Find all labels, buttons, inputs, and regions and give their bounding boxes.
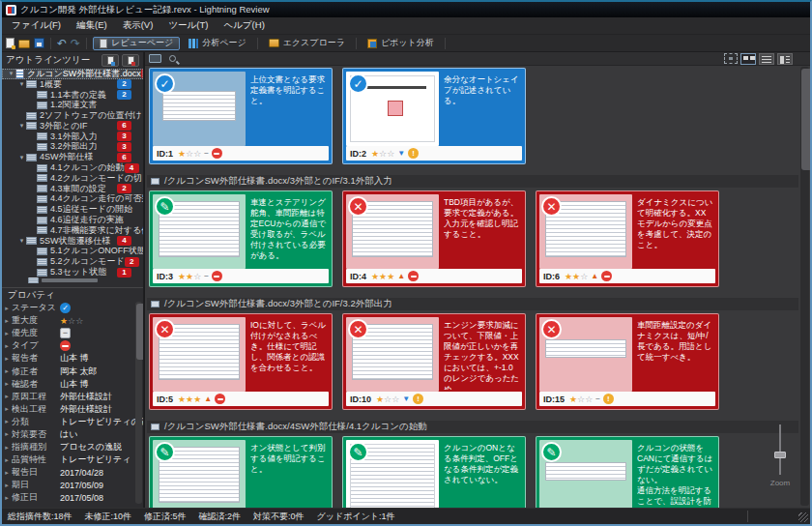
property-value: はい xyxy=(60,428,77,441)
property-row[interactable]: ▸重大度★☆☆ xyxy=(2,314,143,327)
toolbar-button-pivot-analysis[interactable]: ピボット分析 xyxy=(361,37,441,50)
zoom-slider-thumb[interactable] xyxy=(774,452,786,458)
new-file-icon[interactable] xyxy=(6,38,14,48)
property-row[interactable]: ▸原因工程外部仕様設計 xyxy=(2,391,143,403)
tree-item[interactable]: ▾5SW状態遷移仕様4 xyxy=(2,236,143,247)
tree-item[interactable]: 5.3セット状態1 xyxy=(2,267,143,278)
menu-item[interactable]: 表示(V) xyxy=(115,17,161,34)
tree-item[interactable]: 4.1クルコンの始動4 xyxy=(2,162,143,173)
property-row[interactable]: ▸分類トレーサビリティの確立 xyxy=(2,416,143,428)
review-card[interactable]: ✎オン状態として判別する値を明記すること。 xyxy=(149,436,333,508)
view-detail-button[interactable] xyxy=(777,53,793,65)
app-icon xyxy=(6,5,16,15)
review-card[interactable]: ✎クルコンの状態をCANにて通信するはずだが定義されていない。 通信方法を明記す… xyxy=(536,436,719,508)
tree-item[interactable]: 4.2クルコンモードの切り替え xyxy=(2,173,143,184)
tree-item-label: 3.1外部入力 xyxy=(50,132,98,142)
property-row[interactable]: ▸修正日2017/05/08 xyxy=(2,491,143,504)
save-icon[interactable] xyxy=(34,38,44,48)
search-icon[interactable] xyxy=(169,55,176,62)
menu-item[interactable]: ヘルプ(H) xyxy=(216,17,272,34)
menu-item[interactable]: ツール(T) xyxy=(160,17,216,34)
property-row[interactable]: ▸優先度− xyxy=(2,327,143,339)
severity-stars: ★☆☆ xyxy=(371,149,394,159)
scrollbar-thumb[interactable] xyxy=(801,69,810,170)
property-row[interactable]: ▸指摘種別プロセスの逸脱 xyxy=(2,441,143,453)
card-comment: 上位文書となる要求定義書を明記すること。 xyxy=(250,74,327,144)
fit-screen-icon[interactable] xyxy=(724,53,738,64)
tree-item[interactable]: 5.1クルコンONOFF状態1 xyxy=(2,247,143,257)
severity-stars: ★☆☆ xyxy=(60,316,83,326)
scrollbar-thumb[interactable] xyxy=(136,304,144,360)
tree-item[interactable]: ▾3外部とのIF6 xyxy=(2,121,143,132)
card-id-bar: ID:1★☆☆− xyxy=(153,146,329,161)
sidebar-scrollbar[interactable] xyxy=(135,302,142,504)
statusbar-separator xyxy=(747,511,748,522)
tree-item[interactable]: 5.2クルコンモード2 xyxy=(2,256,143,267)
tree-expand-arrow[interactable]: ▾ xyxy=(7,70,15,77)
review-card[interactable]: ✕TBD項目があるが、要求で定義がある。入力元を確認し明記すること。ID:4★★… xyxy=(342,190,526,287)
review-card[interactable]: ✓上位文書となる要求定義書を明記すること。ID:1★☆☆− xyxy=(149,68,333,164)
star-icon: ☆ xyxy=(577,394,585,404)
tree-item[interactable]: ▾4SW外部仕様6 xyxy=(2,152,143,162)
resize-grip[interactable] xyxy=(798,512,808,522)
property-row[interactable]: ▸報告日2017/04/28 xyxy=(2,466,143,479)
property-row[interactable]: ▸確認者山本 博 xyxy=(2,378,143,391)
review-card[interactable]: ✎クルコンのONとなる条件判定、OFFとなる条件判定が定義されていない。 xyxy=(342,436,526,508)
main-scrollbar[interactable] xyxy=(800,67,809,506)
title-bar[interactable]: クルコン開発 外部仕様レビュー記録.revx - Lightning Revie… xyxy=(2,2,810,17)
tree-item[interactable]: 1.1本書の定義2 xyxy=(2,90,143,101)
document-icon xyxy=(37,132,47,140)
property-row[interactable]: ▸品質特性トレーサビリティ xyxy=(2,453,143,466)
tree-item[interactable]: 4.5追従モードの開始 xyxy=(2,204,143,215)
tree-item[interactable]: 2ソフトウェアの位置付け xyxy=(2,110,143,121)
tree-expand-arrow[interactable]: ▾ xyxy=(17,122,26,130)
review-card[interactable]: ✕IOに対して、ラベル付けがなされるべき。仕様にて明記し、関係者との認識を合わせ… xyxy=(149,313,333,410)
display-icon[interactable] xyxy=(149,54,161,63)
property-row[interactable]: ▸対策要否はい xyxy=(2,428,143,441)
card-id-bar: ID:2★☆☆▼! xyxy=(346,146,522,161)
redo-icon[interactable]: ↷ xyxy=(71,38,80,49)
tree-item[interactable]: 4.3車間の設定2 xyxy=(2,184,143,194)
review-card[interactable]: ✕ダイナミクスについて明確化する。XXモデルからの変更点を考慮して、決定のこと。… xyxy=(536,190,719,287)
property-row[interactable]: ▸タイプ xyxy=(2,339,143,352)
document-icon xyxy=(37,195,47,203)
review-card[interactable]: ✕車間距離設定のダイナミクスは、短/中/長である。用語として統一すべき。ID:1… xyxy=(536,313,719,410)
review-card[interactable]: ✕エンジン要求加減について、下限値・上限値が正しいかを再チェックする。XXXにお… xyxy=(342,313,526,410)
toolbar-button-explorer[interactable]: エクスプローラ xyxy=(262,37,352,50)
tree-item[interactable]: 4.4クルコン走行の可否判断 xyxy=(2,194,143,205)
view-cards-button[interactable] xyxy=(740,53,756,65)
menu-bar: ファイル(F)編集(E)表示(V)ツール(T)ヘルプ(H) xyxy=(2,17,810,35)
tree-expand-arrow[interactable]: ▾ xyxy=(17,80,26,88)
review-card[interactable]: ✓余分なオートシェイプが記述されている。ID:2★☆☆▼! xyxy=(342,68,526,164)
tree-expand-arrow[interactable]: ▾ xyxy=(17,154,26,161)
tree-expand-arrow[interactable]: ▾ xyxy=(17,237,26,245)
review-card[interactable]: ✎車速とステアリング舵角、車間距離は特定ECUからの通信で受け取るが、ラベル付け… xyxy=(149,190,333,287)
property-row[interactable]: ▸報告者山本 博 xyxy=(2,352,143,365)
property-value: 外部仕様設計 xyxy=(60,391,112,403)
tree-item[interactable]: 3.2外部出力3 xyxy=(2,142,143,153)
expand-all-button[interactable] xyxy=(102,54,119,67)
tree-item[interactable]: 1.2関連文書 xyxy=(2,100,143,110)
view-list-button[interactable] xyxy=(759,53,774,65)
zoom-slider[interactable]: Zoom xyxy=(768,424,793,490)
tree-item[interactable]: 4.7非機能要求に対する仕様 xyxy=(2,225,143,236)
open-file-icon[interactable] xyxy=(18,40,30,48)
document-icon xyxy=(151,301,160,307)
undo-icon[interactable]: ↶ xyxy=(57,38,67,49)
menu-item[interactable]: 編集(E) xyxy=(69,17,115,34)
property-row[interactable]: ▸修正者岡本 太郎 xyxy=(2,365,143,377)
property-row[interactable]: ▸ステータス✓ xyxy=(2,302,143,314)
tree-item[interactable]: ▾クルコンSW外部仕様書.docx18 xyxy=(2,69,143,79)
toolbar-button-analysis-page[interactable]: 分析ページ xyxy=(182,37,252,50)
menu-item[interactable]: ファイル(F) xyxy=(4,17,69,34)
tree-item[interactable]: 4.6追従走行の実施 xyxy=(2,215,143,225)
toolbar-button-review-page[interactable]: レビューページ xyxy=(93,37,180,50)
property-expand-arrow: ▸ xyxy=(2,342,12,350)
star-icon: ☆ xyxy=(193,149,201,159)
property-row[interactable]: ▸検出工程外部仕様設計 xyxy=(2,403,143,416)
tree-item[interactable]: ▾1概要2 xyxy=(2,79,143,90)
tree-item[interactable]: 3.1外部入力3 xyxy=(2,132,143,142)
card-id: ID:1 xyxy=(157,149,173,159)
collapse-all-button[interactable] xyxy=(122,54,139,67)
property-row[interactable]: ▸期日2017/05/09 xyxy=(2,479,143,491)
